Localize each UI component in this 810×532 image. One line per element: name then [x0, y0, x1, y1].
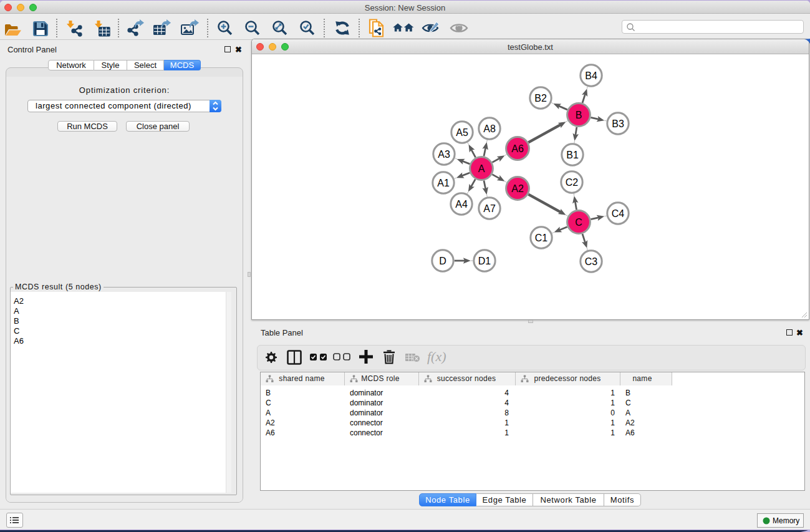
svg-text:C: C — [575, 217, 582, 228]
svg-text:A6: A6 — [511, 143, 524, 154]
svg-text:C2: C2 — [566, 177, 579, 188]
svg-text:A: A — [478, 163, 485, 174]
svg-text:A1: A1 — [437, 178, 450, 188]
svg-text:D: D — [439, 256, 446, 266]
svg-text:A5: A5 — [456, 127, 468, 138]
svg-text:B: B — [576, 110, 582, 120]
svg-text:A8: A8 — [483, 123, 496, 134]
svg-text:C1: C1 — [535, 233, 548, 243]
svg-text:A4: A4 — [455, 199, 468, 210]
svg-text:C3: C3 — [585, 256, 598, 267]
svg-text:B2: B2 — [534, 93, 547, 104]
svg-text:A3: A3 — [438, 149, 450, 160]
svg-text:B4: B4 — [585, 70, 597, 81]
svg-text:B1: B1 — [566, 150, 579, 160]
svg-text:A7: A7 — [483, 203, 496, 214]
svg-text:D1: D1 — [478, 256, 491, 266]
svg-text:B3: B3 — [612, 118, 624, 129]
svg-text:C4: C4 — [612, 208, 625, 219]
svg-text:A2: A2 — [511, 183, 524, 194]
